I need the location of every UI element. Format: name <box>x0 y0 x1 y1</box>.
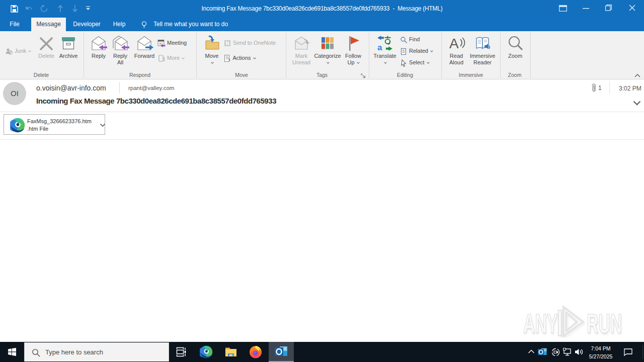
svg-text:a: a <box>377 43 382 51</box>
svg-text:N: N <box>225 41 229 46</box>
svg-text:A: A <box>449 36 459 51</box>
